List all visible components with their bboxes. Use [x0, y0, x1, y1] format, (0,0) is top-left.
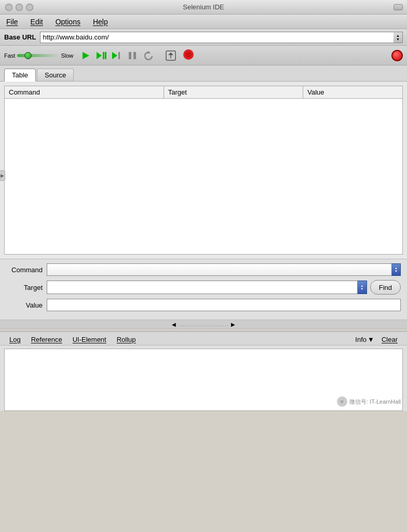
bottom-tab-reference[interactable]: Reference: [26, 334, 67, 345]
value-row: Value: [6, 299, 401, 311]
target-spinner[interactable]: [358, 281, 367, 294]
menu-help[interactable]: Help: [91, 17, 110, 27]
info-chevron: ▼: [368, 336, 374, 343]
menu-edit[interactable]: Edit: [29, 17, 45, 27]
watermark-text: 微信号: IT-LearnHall: [349, 398, 401, 406]
watermark: ⚙ 微信号: IT-LearnHall: [337, 396, 401, 407]
find-button[interactable]: Find: [370, 280, 401, 295]
target-input-group: [47, 281, 367, 294]
bottom-panel-wrapper: Log Reference UI-Element Rollup Info ▼ C…: [0, 331, 407, 411]
resize-handle[interactable]: [394, 4, 403, 10]
svg-rect-7: [133, 52, 136, 59]
tab-table[interactable]: Table: [4, 69, 36, 82]
table-empty-cell: [5, 99, 403, 255]
svg-marker-4: [112, 52, 117, 59]
url-label: Base URL: [4, 33, 36, 41]
col-command: Command: [5, 86, 164, 99]
step-button[interactable]: [111, 49, 123, 62]
record-button[interactable]: [391, 50, 403, 61]
window-controls[interactable]: [5, 4, 33, 11]
watermark-icon: ⚙: [337, 396, 347, 407]
bottom-tab-right: Info ▼ Clear: [355, 334, 403, 345]
close-button[interactable]: [5, 4, 12, 11]
bottom-tabs: Log Reference UI-Element Rollup Info ▼ C…: [0, 332, 407, 345]
speed-slider[interactable]: [17, 54, 59, 57]
svg-point-13: [185, 51, 192, 58]
menu-bar: File Edit Options Help: [0, 15, 407, 29]
speed-control: Fast Slow: [4, 52, 73, 59]
command-spinner[interactable]: [391, 263, 401, 276]
scroll-left[interactable]: ◀: [172, 322, 176, 327]
info-dropdown[interactable]: Info ▼: [355, 336, 374, 343]
command-label: Command: [6, 266, 43, 274]
url-bar: Base URL: [0, 29, 407, 46]
main-content: ▶ Command Target Value: [0, 82, 407, 259]
play-all-button[interactable]: [95, 49, 107, 62]
target-label: Target: [6, 284, 43, 291]
svg-rect-3: [105, 52, 106, 59]
value-label: Value: [6, 301, 43, 309]
command-select-wrapper: [47, 263, 401, 276]
scroll-area: ◀ ........................ ▶: [0, 320, 407, 329]
command-row: Command: [6, 263, 401, 276]
command-select[interactable]: [47, 263, 401, 276]
svg-rect-2: [103, 52, 104, 59]
tabs-area: Table Source: [0, 65, 407, 82]
col-target: Target: [164, 86, 303, 99]
clear-button[interactable]: Clear: [376, 334, 403, 345]
app-title: Selenium IDE: [183, 3, 224, 11]
tab-source[interactable]: Source: [37, 69, 74, 81]
maximize-button[interactable]: [26, 4, 33, 11]
svg-rect-5: [118, 52, 120, 59]
svg-marker-1: [97, 52, 102, 59]
scroll-dots: ........................: [178, 321, 228, 327]
left-handle[interactable]: ▶: [0, 170, 5, 181]
bottom-tab-rollup[interactable]: Rollup: [112, 334, 141, 345]
export-button[interactable]: [165, 49, 177, 62]
target-input[interactable]: [47, 281, 358, 294]
command-table: Command Target Value: [4, 86, 403, 255]
bottom-panel: Log Reference UI-Element Rollup Info ▼ C…: [0, 331, 407, 411]
slow-label: Slow: [61, 52, 73, 59]
minimize-button[interactable]: [16, 4, 23, 11]
target-row: Target Find: [6, 280, 401, 295]
info-label: Info: [355, 336, 367, 343]
menu-options[interactable]: Options: [53, 17, 83, 27]
bottom-tab-log[interactable]: Log: [4, 334, 26, 345]
selenium-icon: [182, 48, 195, 62]
menu-file[interactable]: File: [4, 17, 20, 27]
url-spinner[interactable]: [394, 32, 403, 43]
svg-marker-0: [83, 52, 89, 59]
value-input[interactable]: [47, 299, 401, 311]
fast-label: Fast: [4, 52, 15, 59]
pause-button[interactable]: [126, 49, 139, 62]
url-input[interactable]: [40, 32, 403, 43]
col-value: Value: [303, 86, 403, 99]
bottom-tab-ui-element[interactable]: UI-Element: [67, 334, 112, 345]
toolbar: Fast Slow: [0, 46, 407, 65]
revert-button[interactable]: [142, 49, 154, 62]
scroll-right[interactable]: ▶: [231, 322, 235, 327]
play-button[interactable]: [79, 49, 92, 62]
url-input-wrapper: [40, 32, 403, 43]
target-wrapper: Find: [47, 280, 401, 295]
svg-rect-6: [129, 52, 131, 59]
form-section: Command Target Find Value: [0, 259, 407, 320]
title-bar: Selenium IDE: [0, 0, 407, 15]
